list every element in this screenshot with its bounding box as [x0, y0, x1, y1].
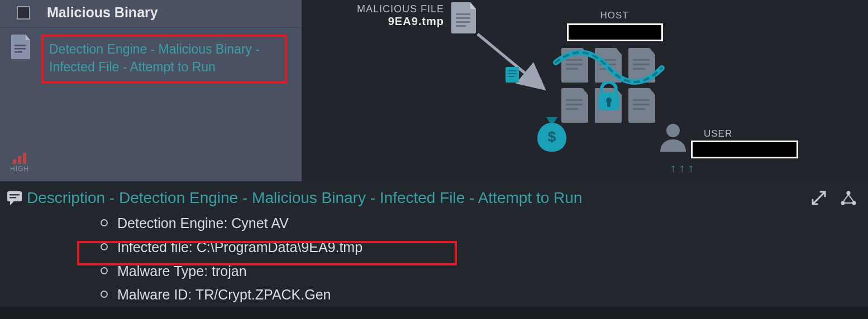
svg-rect-3	[456, 13, 470, 15]
svg-rect-10	[508, 73, 517, 74]
svg-rect-11	[508, 76, 514, 77]
list-item: Malware ID: TR/Crypt.ZPACK.Gen	[101, 283, 868, 307]
svg-rect-2	[15, 51, 22, 53]
malicious-file-name: 9EA9.tmp	[344, 15, 444, 28]
description-section: Description - Detection Engine - Malicio…	[0, 181, 868, 307]
list-item: Infected file: C:\ProgramData\9EA9.tmp	[101, 235, 868, 259]
list-item: Detection Engine: Cynet AV	[101, 211, 868, 235]
money-bag-icon: $	[536, 117, 567, 152]
speech-bubble-icon	[7, 190, 22, 206]
svg-point-34	[666, 124, 680, 137]
svg-rect-8	[505, 67, 519, 83]
expand-icon[interactable]	[811, 190, 827, 206]
malicious-file-label: MALICIOUS FILE 9EA9.tmp	[344, 3, 444, 28]
svg-rect-6	[456, 25, 466, 27]
user-redacted-box	[691, 141, 798, 158]
svg-rect-32	[607, 102, 611, 107]
svg-point-38	[847, 191, 851, 195]
user-icon	[658, 122, 688, 152]
panel-header: Malicious Binary	[0, 0, 302, 28]
svg-rect-1	[15, 48, 26, 50]
svg-rect-35	[7, 191, 22, 201]
detection-alert-link[interactable]: Detection Engine - Malicious Binary - In…	[41, 35, 287, 84]
flying-file-icon	[505, 67, 519, 83]
lock-icon	[596, 81, 622, 113]
locked-files-icon	[550, 48, 673, 148]
description-list: Detection Engine: Cynet AV Infected file…	[0, 211, 868, 307]
svg-point-39	[841, 201, 845, 205]
select-checkbox[interactable]	[17, 6, 30, 20]
severity-label: HIGH	[10, 165, 29, 173]
file-icon	[451, 2, 477, 33]
host-redacted-box	[567, 23, 663, 41]
svg-rect-0	[15, 45, 26, 46]
malicious-file-caption: MALICIOUS FILE	[344, 3, 444, 15]
attack-graph: MALICIOUS FILE 9EA9.tmp HOST	[302, 0, 868, 181]
up-arrows-icon: ↑↑↑	[670, 162, 694, 175]
alert-panel: Malicious Binary Detection Engine - Mali…	[0, 0, 302, 181]
list-item: Malware Type: trojan	[101, 259, 868, 283]
svg-rect-4	[456, 17, 470, 19]
arrow-icon	[475, 31, 553, 98]
svg-rect-36	[9, 194, 20, 196]
svg-rect-37	[9, 197, 16, 199]
svg-rect-9	[508, 70, 517, 71]
description-heading: Description - Detection Engine - Malicio…	[27, 189, 582, 207]
svg-rect-5	[456, 21, 470, 23]
severity-bars-icon	[13, 151, 26, 164]
panel-title: Malicious Binary	[47, 4, 158, 21]
graph-nodes-icon[interactable]	[840, 190, 857, 206]
svg-text:$: $	[548, 128, 556, 145]
host-label: HOST	[581, 10, 648, 21]
document-icon	[11, 35, 31, 59]
user-label: USER	[704, 128, 732, 139]
svg-point-40	[852, 201, 856, 205]
severity-indicator: HIGH	[10, 151, 29, 173]
